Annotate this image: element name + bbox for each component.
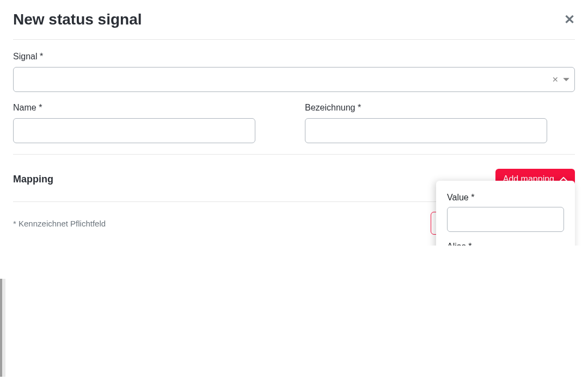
add-mapping-popover: Value * Alias * ＋ Add mapping bbox=[436, 181, 575, 246]
signal-select[interactable] bbox=[13, 67, 575, 92]
popover-value-label: Value * bbox=[447, 193, 564, 203]
name-input[interactable] bbox=[13, 118, 255, 143]
required-footnote: * Kennzeichnet Pflichtfeld bbox=[13, 219, 106, 228]
name-label: Name * bbox=[13, 103, 283, 113]
name-designation-row: Name * Bezeichnung * bbox=[13, 103, 575, 154]
designation-input[interactable] bbox=[305, 118, 547, 143]
designation-label: Bezeichnung * bbox=[305, 103, 575, 113]
new-status-signal-modal: New status signal ✕ Signal * ✕ Name * Be… bbox=[13, 11, 575, 235]
designation-field-group: Bezeichnung * bbox=[305, 103, 575, 143]
signal-select-wrapper: ✕ bbox=[13, 67, 575, 92]
mapping-section-header: Mapping Add mapping Value * Alias * ＋ Ad… bbox=[13, 154, 575, 201]
modal-title: New status signal bbox=[13, 11, 142, 28]
clear-icon[interactable]: ✕ bbox=[552, 75, 559, 84]
close-button[interactable]: ✕ bbox=[564, 13, 575, 26]
close-icon: ✕ bbox=[564, 12, 575, 27]
popover-alias-label: Alias * bbox=[447, 242, 564, 246]
popover-value-input[interactable] bbox=[447, 207, 564, 232]
signal-label: Signal * bbox=[13, 52, 575, 62]
popover-alias-group: Alias * bbox=[447, 242, 564, 246]
mapping-title: Mapping bbox=[13, 174, 53, 185]
name-field-group: Name * bbox=[13, 103, 283, 143]
popover-value-group: Value * bbox=[447, 193, 564, 232]
svg-marker-0 bbox=[564, 78, 569, 81]
signal-field-group: Signal * ✕ bbox=[13, 52, 575, 92]
modal-header: New status signal ✕ bbox=[13, 11, 575, 40]
chevron-down-icon[interactable] bbox=[563, 77, 569, 82]
